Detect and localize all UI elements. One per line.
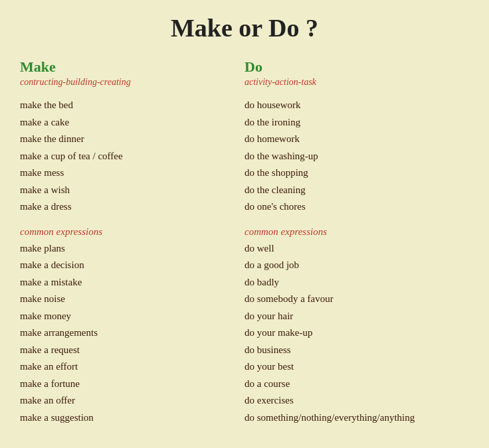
list-item: do the washing-up: [244, 148, 456, 165]
list-item: do your hair: [244, 308, 456, 325]
list-item: make noise: [20, 291, 231, 308]
list-item: make the dinner: [20, 131, 231, 148]
make-column: Make contructing-building-creating make …: [20, 58, 244, 426]
list-item: make a dress: [20, 198, 231, 216]
list-item: do the shopping: [244, 165, 456, 182]
list-item: make plans: [20, 240, 231, 258]
list-item: make a fortune: [20, 376, 231, 393]
make-subtitle: contructing-building-creating: [20, 77, 231, 88]
list-item: make mess: [20, 165, 231, 182]
list-item: make a decision: [20, 257, 231, 274]
list-item: do well: [244, 240, 456, 258]
list-item: do one's chores: [244, 198, 456, 216]
make-basic-list: make the bedmake a cakemake the dinnerma…: [20, 97, 231, 216]
list-item: do a good job: [244, 257, 456, 274]
page-title: Make or Do ?: [20, 13, 469, 42]
list-item: do something/nothing/everything/anything: [244, 410, 456, 427]
do-header: Do: [244, 58, 456, 76]
list-item: make money: [20, 308, 231, 325]
list-item: do your make-up: [244, 325, 456, 342]
list-item: make a request: [20, 342, 231, 359]
list-item: make a cake: [20, 114, 231, 131]
list-item: make a wish: [20, 182, 231, 199]
list-item: do the cleaning: [244, 182, 456, 199]
list-item: do business: [244, 342, 456, 359]
list-item: make an effort: [20, 358, 231, 376]
list-item: make a mistake: [20, 274, 231, 291]
make-expressions-list: make plansmake a decisionmake a mistakem…: [20, 240, 231, 427]
do-column: Do activity-action-task do houseworkdo t…: [244, 58, 469, 426]
do-basic-list: do houseworkdo the ironingdo homeworkdo …: [244, 97, 456, 216]
list-item: make a suggestion: [20, 410, 231, 427]
do-expressions-label: common expressions: [244, 226, 456, 238]
list-item: do exercises: [244, 392, 456, 410]
list-item: do your best: [244, 358, 456, 376]
list-item: make an offer: [20, 392, 231, 410]
list-item: do housework: [244, 97, 456, 114]
list-item: do homework: [244, 131, 456, 148]
make-header: Make: [20, 58, 231, 76]
list-item: do somebody a favour: [244, 291, 456, 308]
list-item: make the bed: [20, 97, 231, 114]
do-subtitle: activity-action-task: [244, 77, 456, 88]
list-item: make arrangements: [20, 325, 231, 342]
do-expressions-list: do welldo a good jobdo badlydo somebody …: [244, 240, 456, 427]
list-item: do a course: [244, 376, 456, 393]
make-expressions-label: common expressions: [20, 226, 231, 238]
list-item: do the ironing: [244, 114, 456, 131]
list-item: do badly: [244, 274, 456, 291]
list-item: make a cup of tea / coffee: [20, 148, 231, 165]
